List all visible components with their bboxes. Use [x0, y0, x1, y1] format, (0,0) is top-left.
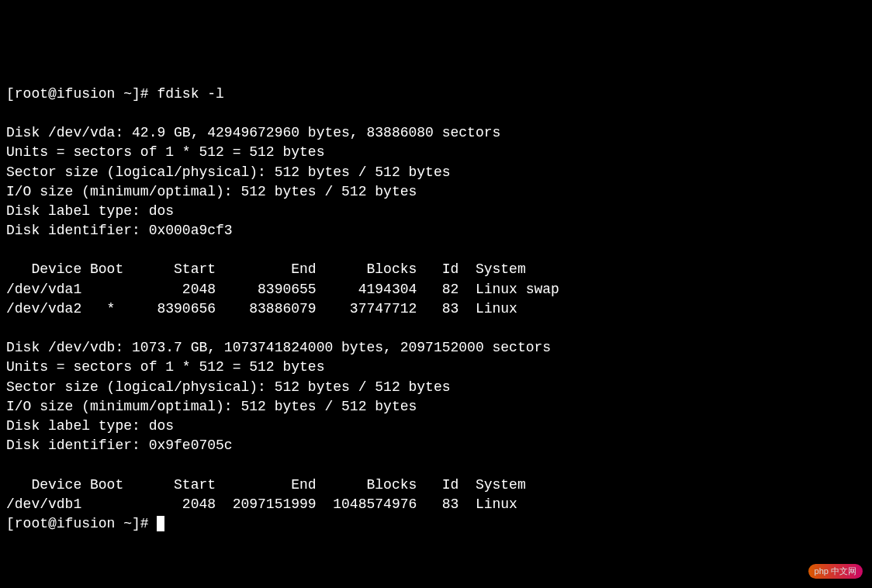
partition-row: /dev/vda1 2048 8390655 4194304 82 Linux …: [6, 282, 559, 297]
disk-a-io-size: I/O size (minimum/optimal): 512 bytes / …: [6, 184, 417, 199]
disk-a-label-type: Disk label type: dos: [6, 203, 174, 219]
partition-row: /dev/vda2 * 8390656 83886079 37747712 83…: [6, 301, 517, 316]
partition-table-header: Device Boot Start End Blocks Id System: [6, 261, 526, 277]
disk-b-header: Disk /dev/vdb: 1073.7 GB, 1073741824000 …: [6, 340, 551, 355]
partition-table-header: Device Boot Start End Blocks Id System: [6, 477, 526, 493]
disk-b-sector-size: Sector size (logical/physical): 512 byte…: [6, 379, 451, 395]
disk-b-units: Units = sectors of 1 * 512 = 512 bytes: [6, 359, 324, 375]
terminal-output[interactable]: [root@ifusion ~]# fdisk -l Disk /dev/vda…: [6, 85, 866, 534]
disk-b-label-type: Disk label type: dos: [6, 418, 174, 434]
disk-a-identifier: Disk identifier: 0x000a9cf3: [6, 223, 233, 238]
command-text: fdisk -l: [157, 86, 223, 102]
disk-b-io-size: I/O size (minimum/optimal): 512 bytes / …: [6, 399, 417, 414]
disk-b-identifier: Disk identifier: 0x9fe0705c: [6, 438, 233, 453]
cursor-icon: [157, 516, 164, 531]
watermark-badge: php 中文网: [808, 564, 863, 579]
partition-row: /dev/vdb1 2048 2097151999 1048574976 83 …: [6, 496, 517, 512]
disk-a-units: Units = sectors of 1 * 512 = 512 bytes: [6, 144, 324, 160]
disk-a-header: Disk /dev/vda: 42.9 GB, 42949672960 byte…: [6, 125, 500, 140]
prompt-prefix: [root@ifusion ~]#: [6, 86, 157, 102]
disk-a-sector-size: Sector size (logical/physical): 512 byte…: [6, 164, 451, 180]
prompt-prefix: [root@ifusion ~]#: [6, 516, 157, 531]
